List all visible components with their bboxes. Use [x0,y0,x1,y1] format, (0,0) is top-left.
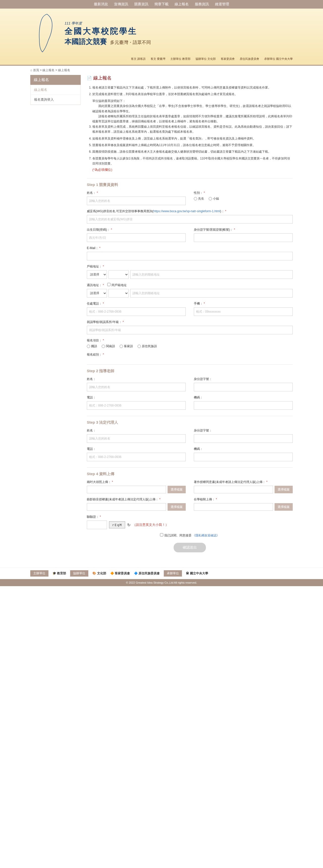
footer-org: 🎓 教育部 [53,571,66,576]
footer-tag-exec: 承辦單位 [164,570,182,577]
radio-item-2[interactable]: 客家語 [120,344,133,348]
instruction-item: 報名者請主登畫下載區內文下方連結處，下載所需上傳附件，以便填寫報名表時，可同時上… [92,85,293,90]
captcha-image: rEqM [109,521,125,528]
footer-org: 🏛 國立中央大學 [186,571,208,576]
nav-item[interactable]: 簡章下載 [155,2,168,6]
label-name: 姓名： * [87,191,186,195]
consent-text: 我已詳閱、同意接受 [164,534,192,537]
photo-upload-field[interactable] [87,486,166,493]
addr1-input[interactable] [130,270,293,279]
banner-title-1: 全國大專校院學生 [65,26,293,37]
logo-item: 主辦單位 教育部 [170,57,191,61]
mobile-input[interactable] [194,307,293,316]
auth-upload-field[interactable] [194,486,273,493]
refresh-icon[interactable]: ↻ [127,523,130,527]
instruction-item: 因應疫情防疫措施，請各位競賽者報名者大主大會報名處繳交個人健康狀況聲明切結書，切… [92,149,293,154]
s3-id-input[interactable] [194,434,293,443]
logo-item: 協辦單位 文化部 [196,57,216,61]
nav-item[interactable]: 最新消息 [94,2,108,6]
phone-input[interactable] [87,307,186,316]
same-addr-checkbox[interactable] [107,283,110,286]
label-wg: 威妥瑪(WG)拼音姓名,可至外交部領事事務局查詢(https://www.boc… [87,209,293,214]
wg-input[interactable] [87,215,293,223]
birth-input[interactable] [87,234,186,242]
cert-upload-field[interactable] [194,503,273,511]
radio-item-1[interactable]: 閩南語 [102,344,115,348]
radio-item-0[interactable]: 國語 [87,344,97,348]
school-input[interactable] [87,326,293,334]
sidebar-item-register[interactable]: 線上報名 [31,85,80,95]
s3-ext-input[interactable] [194,453,293,461]
s3-label-ext: 機碼： [194,447,293,451]
crumb-home[interactable]: 首頁 [33,68,39,72]
step2-title: Step 2 指導老師 [87,369,293,373]
footer: 主辦單位 🎓 教育部 協辦單位 🎨 文化部 🔶 客家委員會 🔷 原住民族委員會 … [0,567,323,579]
s4-label-auth: 著作授權同意書(未成年者請上傳法定代理人版)上傳： * [194,480,293,484]
boca-link[interactable]: https://www.boca.gov.tw/sp-natr-singlefo… [154,210,220,213]
nav-item[interactable]: 宣傳資訊 [114,2,128,6]
required-note: (*為必填欄位) [92,167,293,172]
logo-item: 原住民族委員會 [240,57,259,61]
s3-phone-input[interactable] [87,453,186,461]
logo-item: 客家委員會 [221,57,235,61]
content: 線上報名 報名者請主登畫下載區內文下方連結處，下載所需上傳附件，以便填寫報名表時… [87,75,293,557]
banner: 111 學年度 全國大專校院學生 本國語文競賽 多元臺灣・語眾不同 客文 講客語… [0,8,323,65]
addr2-dist-select[interactable] [108,289,129,298]
addr2-input[interactable] [130,289,293,298]
radio-item-3[interactable]: 原住民族語 [137,344,157,348]
step4-title: Step 4 資料上傳 [87,472,293,476]
nav-item[interactable]: 競賽資訊 [134,2,149,6]
photo-browse-button[interactable]: 選擇檔案 [167,486,186,493]
sidebar-title: 線上報名 [30,75,81,85]
label-addr1: 戶籍地址： * [87,265,293,269]
logo-item: 客文 愛臺灣 [151,57,165,61]
s3-label-name: 姓名： [87,429,186,433]
instruction-item: 如報名表單及資料補件需修改及上傳，請至線上報名系統選單內，點選「報名查詢」，即可… [92,136,293,141]
submit-button[interactable]: 確認送出 [173,543,206,552]
rec-upload-field[interactable] [87,503,166,511]
s3-label-phone: 電話： [87,447,186,451]
s3-label-id: 身分證字號： [194,429,293,433]
banner-year: 111 學年度 [65,21,293,26]
banner-logos: 客文 講客語 客文 愛臺灣 主辦單位 教育部 協辦單位 文化部 客家委員會 原住… [30,57,293,61]
footer-tag-assist: 協辦單位 [70,570,88,577]
s2-ext-input[interactable] [194,401,293,410]
cert-browse-button[interactable]: 選擇檔案 [274,503,293,511]
addr1-city-select[interactable]: 請選擇 [87,270,107,279]
label-item: 報名項目： * [87,338,293,343]
nav-item[interactable]: 服務資訊 [195,2,209,6]
s2-name-input[interactable] [87,383,186,391]
rec-browse-button[interactable]: 選擇檔案 [167,503,186,511]
consent-checkbox[interactable] [160,533,163,536]
idno-input[interactable] [194,234,293,242]
captcha-hint: （請注意英文大小寫！） [132,523,168,527]
s3-name-input[interactable] [87,434,186,443]
addr1-dist-select[interactable] [108,270,129,279]
radio-male[interactable]: 先生 [194,196,204,201]
instruction-item: 報名表單及資料上傳完成，系統將回覆線上填寫資料至報名者報名信箱，以確認填寫報名、… [92,124,293,134]
nav-item[interactable]: 線上報名 [174,2,189,6]
captcha-input[interactable] [87,521,107,529]
auth-browse-button[interactable]: 選擇檔案 [274,486,293,493]
privacy-link[interactable]: 《隱私權政策確認》 [192,534,220,537]
footer-org: 🎨 文化部 [92,571,106,576]
s2-phone-input[interactable] [87,401,186,410]
s2-id-input[interactable] [194,383,293,391]
instructions-cont: 報名表單及資料上傳完成，系統將回覆線上填寫資料至報名者報名信箱，以確認填寫報名、… [87,124,293,166]
label-mobile: 手機： * [194,302,293,306]
s4-label-cert: 在學檢附上傳： * [194,497,293,502]
consent-row: 我已詳閱、同意接受 《隱私權政策確認》 [87,533,293,538]
s2-label-id: 身分證字號： [194,377,293,381]
name-input[interactable] [87,196,186,205]
sidebar-item-query[interactable]: 報名查詢登入 [31,95,80,105]
crumb-1[interactable]: 線上報名 [42,68,55,72]
addr2-city-select[interactable]: 請選擇 [87,289,107,298]
radio-female[interactable]: 小姐 [209,196,219,201]
banner-calligraphy: 多元臺灣・語眾不同 [110,40,151,45]
instructions: 報名者請主登畫下載區內文下方連結處，下載所需上傳附件，以便填寫報名表時，可同時上… [87,85,293,97]
nav-item[interactable]: 維運管理 [215,2,229,6]
breadcrumb: 首頁 > 線上報名 > 線上報名 [30,68,293,72]
s4-label-photo: 兩吋大頭照上傳： * [87,480,186,484]
instruction-item: 各競賽員每學年每人以參加1項為限，不得跨語言或跨項報名，違者取消該賽籍。110年… [92,156,293,166]
email-input[interactable] [87,252,293,260]
